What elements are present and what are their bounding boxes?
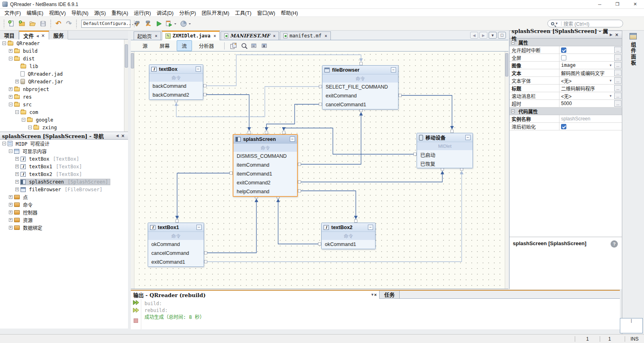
property-row-滚动消息栏[interactable]: 滚动消息栏<无>▼... [510,92,622,100]
tree-item-splashScreen[interactable]: +splashScreen[SplashScreen] [0,178,128,186]
tree-item-build[interactable]: +build [0,47,128,55]
property-row-全屏[interactable]: 全屏... [510,54,622,62]
redo-button[interactable]: ↷ [64,19,74,29]
property-value[interactable]: 二维码解码程序 [559,85,614,92]
view-button-源[interactable]: 源 [137,40,153,51]
connector-line[interactable] [206,95,249,127]
output-close-icon[interactable]: × [374,292,377,297]
flow-command-itemCommand[interactable]: itemCommand [233,161,297,169]
sidebar-tab-服务[interactable]: 服务 [49,31,68,39]
clean-build-button[interactable] [144,19,153,29]
port-marker[interactable] [230,172,233,175]
run-button[interactable] [154,19,164,29]
property-combo[interactable]: <无>▼ [559,77,614,84]
flow-command-itemCommand1[interactable]: itemCommand1 [233,169,297,178]
tree-item-lib[interactable]: −lib [0,62,128,70]
collapse-toggle-icon[interactable]: − [15,110,19,114]
view-button-屏幕[interactable]: 屏幕 [155,40,175,51]
ellipsis-button[interactable]: ... [614,77,621,84]
expand-toggle-icon[interactable]: + [9,95,12,99]
close-panel-icon[interactable]: × [41,33,45,38]
tree-item-textBox1[interactable]: +textBox1[TextBox] [0,163,128,170]
property-row-文本字体[interactable]: 文本字体<无>▼... [510,77,622,85]
close-tab-icon[interactable]: × [325,34,327,38]
port-marker[interactable] [204,260,207,263]
menu-item-导航(N)[interactable]: 导航(N) [68,8,91,17]
collapse-toggle-icon[interactable]: − [28,126,32,129]
flow-command-okCommand[interactable]: okCommand [148,240,204,249]
quick-search-box[interactable]: ▼ 搜索 (Ctrl+I) [547,20,623,27]
collapse-toggle-icon[interactable]: − [9,149,12,153]
connector-line[interactable] [177,173,230,216]
dock-panel-icon[interactable]: ▶ [609,33,614,37]
expand-toggle-icon[interactable]: + [15,180,19,184]
tree-item-数据绑定[interactable]: +数据绑定 [0,224,128,231]
tree-item-控制器[interactable]: +控制器 [0,209,128,216]
collapse-toggle-icon[interactable]: − [511,110,515,113]
close-button[interactable]: ✕ [626,0,644,8]
flow-box-textBox1[interactable]: textBox1−命令okCommandcancelCommandexitCom… [148,223,204,267]
flow-command-已恢复[interactable]: 已恢复 [417,159,473,168]
property-row-允许超时中断[interactable]: 允许超时中断... [510,46,622,54]
flow-box-textBox2[interactable]: textBox2−命令okCommand1 [321,223,376,249]
canvas-right-scrollbar[interactable] [505,52,508,289]
property-row-超时[interactable]: 超时5000... [510,100,622,107]
tree-item-QRreader[interactable]: −QRreader [0,39,128,47]
expand-toggle-icon[interactable]: + [15,172,19,176]
tree-item-textBox[interactable]: +textBox[TextBox] [0,155,128,163]
expand-toggle-icon[interactable]: + [9,218,12,222]
property-section-代码属性[interactable]: −代码属性 [510,107,622,115]
scroll-tabs-right-icon[interactable]: ▶ [479,32,487,39]
flow-command-cancelCommand1[interactable]: cancelCommand1 [322,100,398,109]
scrollbar-thumb[interactable] [505,53,508,76]
expand-toggle-icon[interactable]: + [15,80,19,83]
flow-command-exitCommand1[interactable]: exitCommand1 [148,258,204,267]
tree-item-QRreader.jar[interactable]: +QRreader.jar [0,78,128,85]
menu-item-重构(A)[interactable]: 重构(A) [109,8,131,17]
tree-item-可显示内容[interactable]: −可显示内容 [0,147,128,155]
close-tab-icon[interactable]: × [214,34,216,38]
connector-line[interactable] [301,191,356,216]
minimize-box-icon[interactable]: − [465,135,471,140]
menu-item-帮助(H)[interactable]: 帮助(H) [278,8,301,17]
scrollbar-thumb[interactable] [125,44,128,68]
port-marker[interactable] [298,190,301,192]
output-log[interactable]: build:rebuild:成功生成（总时间: 8 秒） [141,299,208,329]
collapse-toggle-icon[interactable]: − [9,57,12,60]
new-project-button[interactable] [17,19,27,29]
property-value[interactable]: 解码图片或编码文字 [559,69,614,76]
property-value[interactable]: 5000 [559,100,614,107]
flow-command-okCommand1[interactable]: okCommand1 [322,240,375,249]
rerun-build-icon[interactable] [133,300,139,305]
port-marker[interactable] [204,85,206,87]
expand-toggle-icon[interactable]: + [9,87,12,91]
flow-box-mobileDevice[interactable]: 移动设备−MIDlet已启动已恢复 [417,133,473,168]
collapsed-corner-box[interactable] [620,318,643,333]
property-row-实例名称[interactable]: 实例名称splashScreen [510,115,622,123]
maximize-button[interactable]: ❐ [609,0,626,8]
output-dropdown-icon[interactable]: ▼ [371,293,374,297]
connector-line[interactable] [207,202,256,253]
tree-item-res[interactable]: +res [0,93,128,101]
ellipsis-button[interactable]: ... [614,93,621,99]
flow-command-backCommand[interactable]: backCommand [149,82,203,91]
scrollbar-thumb[interactable] [131,53,134,68]
profile-button[interactable] [179,19,193,29]
tree-item-com[interactable]: −com [0,108,128,116]
collapse-toggle-icon[interactable]: − [22,118,25,122]
ellipsis-button[interactable]: ... [614,70,621,76]
flow-command-cancelCommand[interactable]: cancelCommand [148,249,204,258]
collapse-toggle-icon[interactable]: − [9,103,12,106]
menu-item-分析(P)[interactable]: 分析(P) [176,8,199,17]
flow-box-textBox[interactable]: textBox−命令backCommandbackCommand2 [149,64,203,100]
port-marker[interactable] [283,131,285,134]
flow-command-exitCommand[interactable]: exitCommand [322,91,398,100]
flow-designer-canvas[interactable]: textBox−命令backCommandbackCommand2fileBro… [131,52,508,289]
property-row-标题[interactable]: 标题二维码解码程序... [510,85,622,92]
tree-item-资源[interactable]: +资源 [0,216,128,224]
flow-command-DISMISS_COMMAND[interactable]: DISMISS_COMMAND [233,152,297,161]
output-tab[interactable]: 输出 - QRreader (rebuild) ▼ × [131,291,380,299]
connector-line[interactable] [278,202,318,244]
flow-command-已启动[interactable]: 已启动 [417,150,473,159]
minimize-panel-icon[interactable]: ◀ [115,134,120,138]
